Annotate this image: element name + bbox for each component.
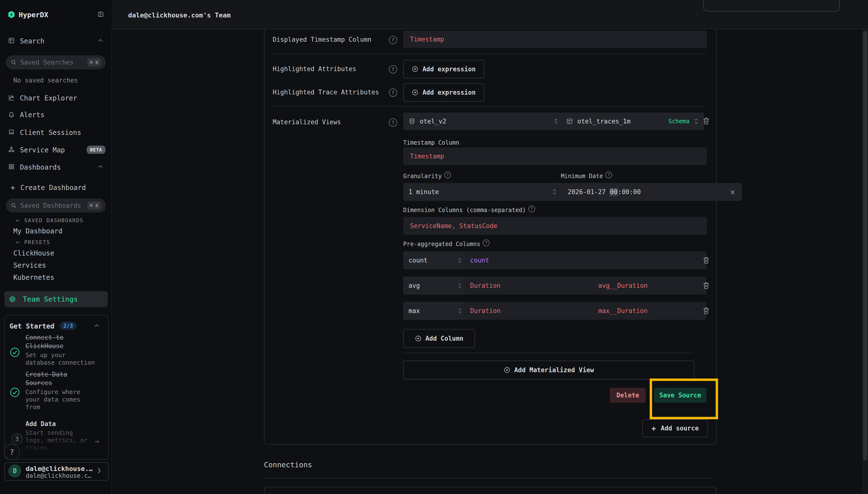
preagg-fn-select[interactable]: count	[403, 251, 467, 269]
progress-badge: 2/3	[60, 322, 76, 330]
collapse-sidebar-icon[interactable]	[98, 11, 104, 17]
mv-database-select[interactable]: otel_v2	[403, 113, 564, 130]
step-description: Set up your database connection	[25, 352, 97, 366]
help-button[interactable]: ?	[4, 444, 20, 460]
preagg-fn-select[interactable]: avg	[403, 277, 467, 294]
info-icon[interactable]: ?	[528, 206, 535, 212]
chevron-up-icon[interactable]	[98, 38, 103, 42]
select-carets-icon	[458, 257, 462, 264]
connections-heading: Connections	[264, 460, 312, 469]
help-icon[interactable]: ?	[389, 89, 397, 97]
preagg-alias-input[interactable]: max__Duration	[592, 302, 707, 320]
laptop-icon	[8, 129, 15, 135]
step-title[interactable]: Connect to ClickHouse	[25, 334, 97, 350]
displayed-timestamp-input[interactable]: Timestamp	[403, 31, 707, 48]
chevron-up-icon[interactable]	[94, 324, 100, 327]
info-icon[interactable]: ?	[605, 172, 612, 178]
search-icon	[11, 203, 17, 208]
step-title[interactable]: Create Data Sources	[25, 370, 97, 387]
scrollbar-thumb[interactable]	[863, 31, 867, 460]
avatar: D	[8, 464, 21, 477]
help-icon[interactable]: ?	[389, 36, 397, 44]
plus-circle-icon	[412, 66, 419, 73]
saved-dashboards-input[interactable]: Saved Dashboards ⌘ K	[6, 198, 106, 212]
sidebar-item-dashboards[interactable]: Dashboards	[20, 163, 61, 171]
sidebar-item-clickhouse[interactable]: ClickHouse	[13, 249, 54, 257]
delete-mv-button[interactable]	[702, 116, 710, 125]
schema-link[interactable]: Schema	[668, 118, 690, 125]
preagg-expression-input[interactable]: Duration	[463, 277, 597, 294]
mv-timestamp-column-input[interactable]: Timestamp	[403, 148, 707, 165]
sidebar-item-team-settings[interactable]: Team Settings	[4, 291, 108, 307]
bell-icon	[8, 111, 15, 118]
step-title[interactable]: Add Data	[25, 420, 97, 428]
gear-icon	[9, 296, 16, 303]
minimum-date-label-row: Minimum Date ?	[561, 173, 612, 179]
app-title[interactable]: HyperDX	[19, 11, 48, 19]
search-icon	[11, 59, 17, 65]
top-right-pill	[703, 0, 840, 12]
table-icon	[566, 118, 573, 125]
preaggregated-label-row: Pre-aggregated Columns ?	[403, 241, 489, 247]
preaggregated-label: Pre-aggregated Columns	[403, 241, 480, 247]
sidebar-item-kubernetes[interactable]: Kubernetes	[13, 273, 54, 282]
clear-date-icon[interactable]: ×	[730, 187, 735, 197]
divider	[403, 353, 693, 353]
add-column-button[interactable]: Add Column	[403, 329, 475, 348]
delete-source-button[interactable]: Delete	[610, 388, 646, 403]
divider	[273, 106, 707, 107]
add-expression-button[interactable]: Add expression	[403, 60, 484, 78]
add-source-button[interactable]: + Add source	[642, 419, 708, 437]
select-carets-icon	[694, 117, 699, 125]
chevron-down-icon	[15, 219, 20, 222]
get-started-panel: Get Started 2/3 Connect to ClickHouse Se…	[4, 315, 109, 459]
sidebar-item-service-map[interactable]: Service Map	[20, 146, 65, 154]
help-icon[interactable]: ?	[389, 118, 397, 127]
minimum-date-input[interactable]: 2026-01-27 00:00:00 ×	[561, 183, 742, 201]
preagg-expression-input[interactable]: count	[463, 251, 707, 269]
check-circle-icon	[10, 347, 20, 357]
add-materialized-view-button[interactable]: Add Materialized View	[403, 361, 694, 379]
save-source-button[interactable]: Save Source	[654, 388, 707, 403]
plus-icon: +	[652, 424, 656, 433]
trash-icon	[702, 281, 710, 290]
granularity-select[interactable]: 1 minute	[403, 183, 562, 201]
dimension-columns-input[interactable]: ServiceName, StatusCode	[403, 217, 707, 235]
preagg-expression-input[interactable]: Duration	[463, 302, 597, 320]
saved-searches-input[interactable]: Saved Searches ⌘ K	[6, 55, 106, 70]
chevron-up-icon[interactable]	[98, 165, 103, 168]
sidebar-item-search[interactable]: Search	[20, 37, 44, 45]
hyperdx-logo-icon[interactable]	[8, 11, 15, 18]
service-map-icon	[8, 146, 15, 153]
search-section-icon	[8, 37, 15, 44]
saved-dashboards-group[interactable]: SAVED DASHBOARDS	[15, 217, 83, 224]
saved-searches-placeholder: Saved Searches	[20, 59, 74, 66]
create-dashboard-button[interactable]: + Create Dashboard	[11, 184, 86, 192]
plus-icon: +	[11, 184, 15, 192]
granularity-label: Granularity	[403, 173, 442, 179]
sidebar-item-chart-explorer[interactable]: Chart Explorer	[20, 94, 77, 102]
preagg-alias-input[interactable]: avg__Duration	[592, 277, 707, 294]
help-icon[interactable]: ?	[389, 65, 397, 74]
sidebar-item-alerts[interactable]: Alerts	[20, 111, 44, 119]
preagg-fn-select[interactable]: max	[403, 302, 467, 320]
arrow-right-icon[interactable]: →	[95, 437, 99, 445]
get-started-title: Get Started	[9, 322, 54, 330]
no-saved-searches-text: No saved searches	[13, 77, 78, 84]
sidebar-item-services[interactable]: Services	[13, 261, 46, 269]
minimum-date-label: Minimum Date	[561, 173, 603, 179]
delete-preagg-row-button[interactable]	[702, 306, 710, 315]
select-carets-icon	[458, 282, 462, 289]
sidebar-item-client-sessions[interactable]: Client Sessions	[20, 129, 81, 137]
info-icon[interactable]: ?	[483, 240, 489, 246]
trash-icon	[702, 256, 710, 264]
info-icon[interactable]: ?	[444, 172, 451, 178]
plus-circle-icon	[504, 367, 510, 374]
delete-preagg-row-button[interactable]	[702, 256, 710, 264]
delete-preagg-row-button[interactable]	[702, 281, 710, 290]
mv-table-select[interactable]: otel_traces_1m Schema	[561, 113, 704, 130]
add-trace-expression-button[interactable]: Add expression	[403, 83, 484, 102]
presets-group[interactable]: PRESETS	[15, 239, 50, 245]
sidebar-item-my-dashboard[interactable]: My Dashboard	[13, 227, 62, 235]
select-carets-icon	[554, 117, 558, 125]
